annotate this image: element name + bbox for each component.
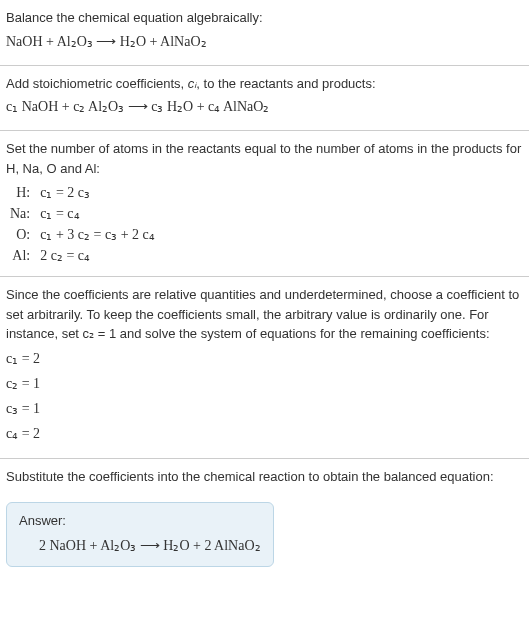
equation: c₁ NaOH + c₂ Al₂O₃ ⟶ c₃ H₂O + c₄ AlNaO₂ <box>6 96 523 117</box>
el-label: Na: <box>6 203 36 224</box>
equation: NaOH + Al₂O₃ ⟶ H₂O + AlNaO₂ <box>6 31 523 52</box>
step-substitute: Substitute the coefficients into the che… <box>0 459 529 497</box>
el-eq: c₁ = 2 c₃ <box>36 182 159 203</box>
step-solve: Since the coefficients are relative quan… <box>0 277 529 459</box>
answer-equation: 2 NaOH + Al₂O₃ ⟶ H₂O + 2 AlNaO₂ <box>19 535 261 556</box>
table-row: Al: 2 c₂ = c₄ <box>6 245 159 266</box>
step-add-coeffs: Add stoichiometric coefficients, cᵢ, to … <box>0 66 529 132</box>
step-text: Add stoichiometric coefficients, cᵢ, to … <box>6 74 523 94</box>
text-part: Add stoichiometric coefficients, <box>6 76 188 91</box>
atom-table: H: c₁ = 2 c₃ Na: c₁ = c₄ O: c₁ + 3 c₂ = … <box>6 182 159 266</box>
coeff-line: c₃ = 1 <box>6 398 523 419</box>
table-row: H: c₁ = 2 c₃ <box>6 182 159 203</box>
coeff-line: c₄ = 2 <box>6 423 523 444</box>
el-label: H: <box>6 182 36 203</box>
el-label: O: <box>6 224 36 245</box>
coeff-line: c₂ = 1 <box>6 373 523 394</box>
step-text: Since the coefficients are relative quan… <box>6 285 523 344</box>
el-eq: c₁ = c₄ <box>36 203 159 224</box>
answer-box: Answer: 2 NaOH + Al₂O₃ ⟶ H₂O + 2 AlNaO₂ <box>6 502 274 567</box>
el-label: Al: <box>6 245 36 266</box>
step-balance: Balance the chemical equation algebraica… <box>0 0 529 66</box>
table-row: Na: c₁ = c₄ <box>6 203 159 224</box>
el-eq: c₁ + 3 c₂ = c₃ + 2 c₄ <box>36 224 159 245</box>
step-text: Balance the chemical equation algebraica… <box>6 8 523 28</box>
table-row: O: c₁ + 3 c₂ = c₃ + 2 c₄ <box>6 224 159 245</box>
text-part: , to the reactants and products: <box>196 76 375 91</box>
step-text: Substitute the coefficients into the che… <box>6 467 523 487</box>
answer-label: Answer: <box>19 511 261 531</box>
step-text: Set the number of atoms in the reactants… <box>6 139 523 178</box>
el-eq: 2 c₂ = c₄ <box>36 245 159 266</box>
step-atom-eqs: Set the number of atoms in the reactants… <box>0 131 529 277</box>
coeff-line: c₁ = 2 <box>6 348 523 369</box>
